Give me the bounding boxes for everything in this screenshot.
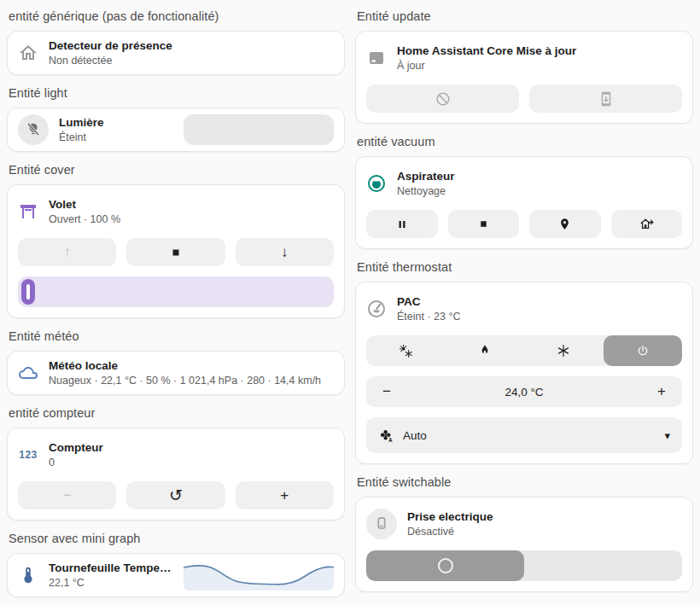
cover-entity-card: Volet Ouvert · 100 % ↑ ↓ — [7, 184, 345, 318]
weather-entity-tile[interactable]: Météo locale Nuageux · 22,1 °C · 50 % · … — [18, 357, 334, 389]
entity-state: Éteint · 23 °C — [397, 310, 682, 323]
thermostat-entity-tile[interactable]: PAC Éteint · 23 °C — [366, 293, 682, 325]
temp-increase-button[interactable]: + — [641, 376, 682, 407]
entity-name: Aspirateur — [397, 169, 682, 183]
section-header-update: Entité update — [357, 9, 691, 23]
cover-entity-tile[interactable]: Volet Ouvert · 100 % — [18, 195, 334, 228]
entity-state: Non détectée — [49, 54, 334, 67]
toggle-knob[interactable] — [366, 550, 524, 581]
entity-state: Ouvert · 100 % — [49, 212, 334, 226]
thermometer-icon — [18, 565, 38, 585]
dashboard: entité générique (pas de fonctionalité) … — [0, 0, 700, 605]
package-icon — [366, 48, 387, 68]
window-shutter-icon — [18, 201, 38, 222]
entity-state: 0 — [49, 456, 334, 469]
counter-entity-card: 123 Compteur 0 − ↺ + — [7, 428, 345, 521]
update-entity-tile[interactable]: Home Assistant Core Mise à jour À jour — [366, 42, 682, 74]
numeric-123-icon: 123 — [18, 445, 38, 465]
mode-off-button[interactable] — [604, 335, 683, 366]
update-entity-card: Home Assistant Core Mise à jour À jour — [355, 31, 693, 124]
cover-stop-button[interactable] — [126, 238, 225, 266]
vacuum-entity-tile[interactable]: Aspirateur Nettoyage — [366, 167, 682, 200]
toggle-knob-circle — [438, 558, 453, 573]
arrow-down-icon: ↓ — [281, 245, 289, 259]
snowflake-icon — [557, 344, 570, 358]
lightbulb-off-icon[interactable] — [18, 114, 49, 145]
brightness-slider[interactable] — [184, 114, 334, 145]
vacuum-return-home-button[interactable] — [611, 210, 683, 238]
svg-text:A: A — [388, 437, 393, 443]
power-icon — [636, 344, 650, 358]
home-icon — [18, 43, 38, 63]
switch-toggle[interactable] — [366, 550, 682, 581]
entity-name: Météo locale — [49, 358, 334, 373]
entity-name: Volet — [49, 197, 334, 212]
counter-reset-button[interactable]: ↺ — [126, 481, 225, 509]
section-header-weather: Entité météo — [9, 329, 343, 343]
stop-icon — [170, 247, 182, 259]
section-header-thermostat: Entité thermostat — [357, 260, 691, 274]
entity-name: Detecteur de présence — [49, 38, 334, 53]
map-marker-icon — [558, 218, 571, 230]
update-skip-button[interactable] — [366, 84, 519, 113]
cover-open-button[interactable]: ↑ — [18, 238, 116, 266]
counter-increment-button[interactable]: + — [236, 481, 334, 509]
section-header-light: Entité light — [9, 86, 343, 100]
temp-decrease-button[interactable]: − — [366, 376, 407, 407]
sparkline-chart[interactable] — [184, 560, 334, 590]
robot-vacuum-icon — [366, 173, 387, 194]
entity-state: 22,1 °C — [49, 576, 173, 590]
heat-pump-icon — [366, 299, 387, 319]
counter-entity-tile[interactable]: 123 Compteur 0 — [18, 439, 334, 471]
sensor-entity-info[interactable]: Tournefeuille Temperature 22,1 °C — [49, 561, 173, 590]
stop-icon — [478, 218, 489, 230]
section-header-minigraph: Sensor avec mini graph — [9, 532, 343, 545]
install-download-icon — [598, 91, 614, 107]
restart-icon: ↺ — [169, 487, 183, 503]
flame-icon — [478, 344, 492, 358]
fan-mode-select[interactable]: A Auto ▾ — [366, 417, 682, 453]
mode-heat-button[interactable] — [446, 335, 525, 366]
light-entity-card: Lumière Éteint — [7, 108, 345, 152]
vacuum-stop-button[interactable] — [448, 210, 520, 238]
entity-state: Éteint — [59, 131, 173, 144]
right-column: Entité update Home Assistant Core Mise à… — [355, 7, 693, 605]
minus-icon: − — [63, 488, 72, 503]
thermostat-entity-card: PAC Éteint · 23 °C — [355, 282, 693, 464]
entity-name: Compteur — [49, 440, 334, 455]
entity-state: Nuageux · 22,1 °C · 50 % · 1 021,4 hPa ·… — [49, 374, 334, 387]
light-entity-info[interactable]: Lumière Éteint — [59, 115, 173, 144]
section-header-counter: entité compteur — [9, 406, 343, 420]
section-header-vacuum: entité vacuum — [357, 135, 691, 148]
switch-entity-card: Prise electrique Désactivé — [355, 497, 693, 592]
mode-heat-cool-button[interactable] — [366, 335, 446, 366]
power-plug-icon — [366, 509, 397, 539]
fan-auto-icon: A — [378, 428, 394, 444]
plus-icon: + — [280, 488, 289, 503]
arrow-up-icon: ↑ — [63, 245, 71, 259]
hvac-mode-selector — [366, 335, 682, 366]
cover-close-button[interactable]: ↓ — [236, 238, 334, 266]
sun-snowflake-icon — [399, 344, 413, 358]
cover-position-slider[interactable] — [18, 276, 334, 307]
vacuum-pause-button[interactable] — [366, 210, 438, 238]
cloud-icon — [18, 363, 38, 383]
vacuum-locate-button[interactable] — [529, 210, 601, 238]
generic-entity-tile[interactable]: Detecteur de présence Non détectée — [18, 37, 334, 69]
update-install-button[interactable] — [529, 84, 682, 113]
pause-icon — [396, 218, 408, 230]
entity-state: À jour — [397, 59, 682, 73]
mode-cool-button[interactable] — [524, 335, 604, 366]
entity-name: Home Assistant Core Mise à jour — [397, 44, 682, 58]
fan-mode-value: Auto — [403, 429, 656, 442]
weather-entity-card: Météo locale Nuageux · 22,1 °C · 50 % · … — [7, 351, 345, 395]
entity-state: Nettoyage — [397, 184, 682, 198]
entity-state: Désactivé — [407, 525, 682, 538]
entity-name: Lumière — [59, 115, 173, 130]
counter-decrement-button[interactable]: − — [18, 481, 116, 509]
slider-handle[interactable] — [21, 279, 35, 305]
sensor-graph-card: Tournefeuille Temperature 22,1 °C — [7, 553, 345, 597]
section-header-generic: entité générique (pas de fonctionalité) — [9, 9, 343, 23]
target-temperature-stepper: − 24,0 °C + — [366, 376, 682, 407]
switch-entity-tile[interactable]: Prise electrique Désactivé — [366, 508, 682, 540]
